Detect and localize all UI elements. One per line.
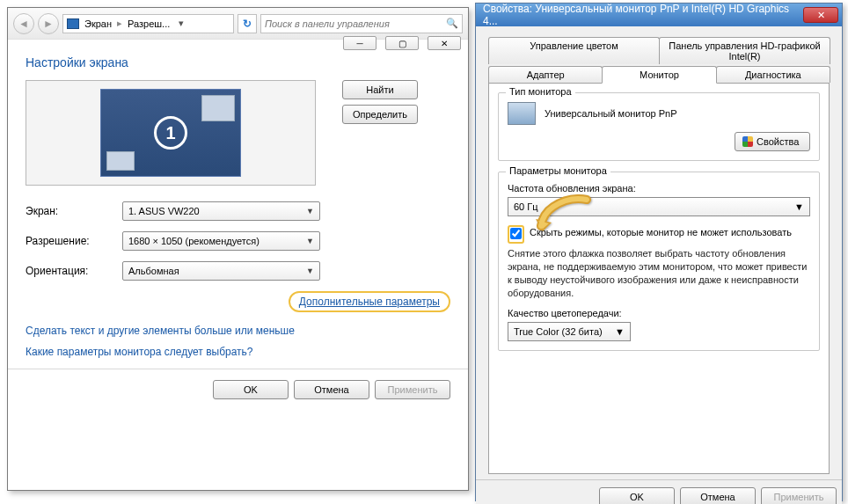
tab-monitor[interactable]: Монитор [602, 66, 716, 84]
window-title: Свойства: Универсальный монитор PnP и In… [483, 3, 803, 27]
breadcrumb-dropdown[interactable]: ▾ [175, 18, 187, 29]
highlight-annotation [508, 225, 524, 244]
properties-button[interactable]: Свойства [735, 132, 810, 151]
search-icon: 🔍 [446, 18, 458, 29]
hide-modes-checkbox[interactable] [510, 228, 522, 239]
cancel-button[interactable]: Отмена [680, 487, 756, 504]
chevron-down-icon: ▼ [615, 326, 625, 337]
refresh-rate-select[interactable]: 60 Гц ▼ [508, 197, 810, 216]
monitor-type-group: Тип монитора Универсальный монитор PnP С… [498, 92, 820, 161]
tab-color-management[interactable]: Управление цветом [488, 37, 660, 64]
titlebar[interactable]: Свойства: Универсальный монитор PnP и In… [476, 4, 842, 26]
refresh-rate-label: Частота обновления экрана: [508, 183, 810, 194]
nav-back-button[interactable]: ◄ [13, 13, 34, 34]
tab-diagnostics[interactable]: Диагностика [716, 66, 830, 83]
chevron-right-icon: ▸ [117, 18, 122, 29]
close-button[interactable]: ✕ [428, 36, 461, 50]
chevron-down-icon: ▼ [306, 267, 314, 275]
orientation-label: Ориентация: [26, 265, 122, 277]
color-quality-select[interactable]: True Color (32 бита) ▼ [508, 322, 631, 341]
monitor-number: 1 [154, 116, 187, 150]
close-button[interactable]: ✕ [803, 7, 838, 23]
chevron-down-icon: ▼ [306, 237, 314, 245]
page-title: Настройки экрана [26, 55, 450, 69]
tab-strip: Управление цветом Панель управления HD-г… [488, 37, 830, 474]
ok-button[interactable]: OK [213, 380, 289, 399]
color-quality-label: Качество цветопередачи: [508, 308, 810, 318]
chevron-down-icon: ▼ [306, 207, 314, 215]
apply-button[interactable]: Применить [375, 380, 450, 399]
monitor-params-group: Параметры монитора Частота обновления эк… [498, 172, 820, 351]
tab-panel-monitor: Тип монитора Универсальный монитор PnP С… [488, 83, 830, 474]
tab-adapter[interactable]: Адаптер [488, 66, 603, 83]
hide-modes-help: Снятие этого флажка позволяет выбрать ча… [508, 247, 810, 299]
ok-button[interactable]: OK [599, 487, 675, 504]
maximize-button[interactable]: ▢ [385, 36, 419, 50]
hide-modes-label: Скрыть режимы, которые монитор не может … [530, 227, 792, 237]
apply-button[interactable]: Применить [761, 487, 837, 504]
which-monitor-link[interactable]: Какие параметры монитора следует выбрать… [26, 346, 253, 358]
monitor-1[interactable]: 1 [100, 89, 241, 177]
cancel-button[interactable]: Отмена [294, 380, 369, 399]
monitor-icon [508, 102, 536, 125]
breadcrumb-item[interactable]: Разреш... [128, 18, 170, 29]
find-button[interactable]: Найти [342, 80, 418, 99]
minimize-button[interactable]: ─ [343, 36, 376, 50]
nav-forward-button[interactable]: ► [38, 13, 59, 34]
screen-label: Экран: [26, 205, 122, 217]
monitor-properties-window: Свойства: Универсальный монитор PnP и In… [475, 3, 843, 501]
tab-intel-hd[interactable]: Панель управления HD-графикой Intel(R) [659, 37, 830, 64]
resolution-select[interactable]: 1680 × 1050 (рекомендуется)▼ [122, 231, 320, 251]
advanced-settings-link[interactable]: Дополнительные параметры [299, 296, 440, 308]
highlight-annotation: Дополнительные параметры [289, 291, 450, 312]
explorer-toolbar: ◄ ► Экран ▸ Разреш... ▾ ↻ 🔍 [8, 8, 468, 40]
refresh-button[interactable]: ↻ [238, 14, 257, 33]
resolution-label: Разрешение: [26, 235, 122, 247]
chevron-down-icon: ▼ [794, 201, 804, 212]
breadcrumb[interactable]: Экран ▸ Разреш... ▾ [62, 14, 234, 33]
monitor-preview[interactable]: 1 [26, 80, 316, 186]
screen-select[interactable]: 1. ASUS VW220▼ [122, 201, 320, 221]
monitor-icon [67, 18, 79, 29]
breadcrumb-item[interactable]: Экран [84, 18, 112, 29]
search-input[interactable]: 🔍 [260, 14, 463, 33]
group-title: Тип монитора [506, 86, 575, 97]
shield-icon [742, 136, 753, 147]
group-title: Параметры монитора [506, 165, 610, 176]
detect-button[interactable]: Определить [342, 105, 418, 124]
search-field[interactable] [265, 18, 442, 29]
monitor-name: Универсальный монитор PnP [545, 108, 677, 119]
display-settings-window: ─ ▢ ✕ ◄ ► Экран ▸ Разреш... ▾ ↻ 🔍 Настро… [7, 7, 469, 491]
orientation-select[interactable]: Альбомная▼ [122, 261, 320, 281]
text-size-link[interactable]: Сделать текст и другие элементы больше и… [26, 325, 295, 337]
